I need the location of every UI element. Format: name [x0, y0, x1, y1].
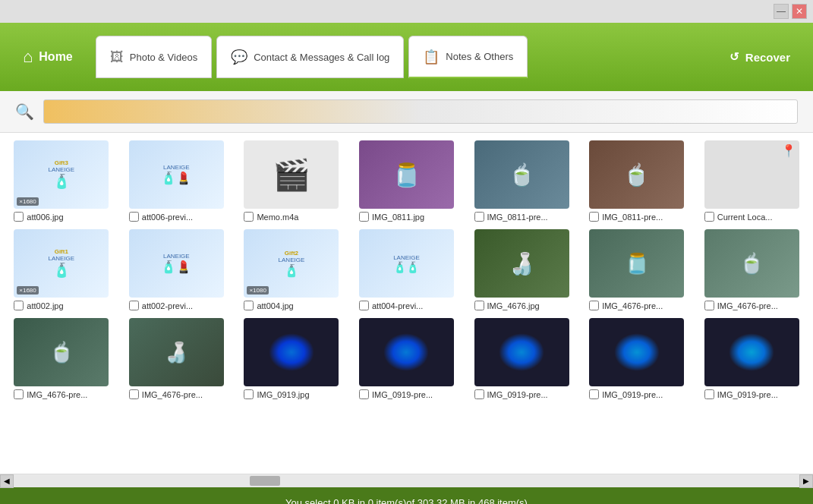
tab-contact[interactable]: 💬 Contact & Messages & Call log — [216, 36, 404, 78]
item-checkbox[interactable] — [129, 212, 139, 222]
item-checkbox[interactable] — [704, 212, 714, 222]
item-label: IMG_4676-pre... — [717, 301, 778, 310]
home-icon: ⌂ — [23, 47, 33, 67]
item-label: IMG_0811-pre... — [487, 213, 548, 222]
list-item[interactable]: 🍵 IMG_4676-pre... — [8, 318, 115, 399]
recover-icon: ↺ — [729, 50, 739, 64]
item-label: att006-previ... — [142, 213, 193, 222]
search-bar: 🔍 — [0, 91, 813, 133]
list-item[interactable]: IMG_0919-pre... — [698, 318, 805, 399]
item-checkbox[interactable] — [244, 301, 254, 310]
list-item[interactable]: IMG_0919.jpg — [238, 318, 345, 399]
list-item[interactable]: LANEIGE 🧴💄 att006-previ... — [123, 140, 231, 222]
item-checkbox[interactable] — [474, 301, 484, 310]
item-checkbox[interactable] — [589, 212, 599, 222]
content-area: Gift3 LANEIGE 🧴 ×1680 att006.jpg LANEIGE… — [0, 133, 813, 474]
item-label: att006.jpg — [27, 213, 63, 222]
item-checkbox[interactable] — [704, 301, 714, 310]
photo-icon: 🖼 — [110, 49, 124, 65]
item-checkbox[interactable] — [14, 301, 24, 310]
item-label: Memo.m4a — [257, 213, 298, 222]
list-item[interactable]: 🫙 IMG_0811.jpg — [353, 140, 461, 222]
item-checkbox[interactable] — [474, 212, 484, 222]
status-text: You select 0 KB in 0 item(s)of 303.32 MB… — [285, 497, 528, 505]
scroll-left-button[interactable]: ◀ — [0, 474, 14, 488]
nav-tabs: 🖼 Photo & Videos 💬 Contact & Messages & … — [88, 23, 714, 91]
recover-button[interactable]: ↺ Recover — [714, 23, 805, 91]
tab-photo[interactable]: 🖼 Photo & Videos — [96, 36, 212, 78]
list-item[interactable]: 🍵 IMG_0811-pre... — [583, 140, 691, 222]
notes-icon: 📋 — [423, 49, 440, 65]
list-item[interactable]: 🍵 IMG_4676-pre... — [698, 229, 805, 310]
item-checkbox[interactable] — [244, 389, 254, 399]
item-checkbox[interactable] — [589, 301, 599, 310]
item-label: IMG_0811-pre... — [602, 213, 663, 222]
item-checkbox[interactable] — [14, 212, 24, 222]
list-item[interactable]: Gift1 LANEIGE 🧴 ×1680 att002.jpg — [8, 229, 115, 310]
list-item[interactable]: IMG_0919-pre... — [468, 318, 575, 399]
list-item[interactable]: 🎬 Memo.m4a — [238, 140, 345, 222]
horizontal-scrollbar[interactable]: ◀ ▶ — [0, 474, 813, 487]
item-checkbox[interactable] — [474, 389, 484, 399]
search-input[interactable] — [43, 99, 798, 124]
list-item[interactable]: 🍵 IMG_0811-pre... — [468, 140, 575, 222]
item-checkbox[interactable] — [704, 389, 714, 399]
home-label: Home — [39, 50, 72, 64]
title-bar: — ✕ — [0, 0, 813, 23]
tab-photo-label: Photo & Videos — [130, 52, 197, 63]
list-item[interactable]: IMG_0919-pre... — [353, 318, 461, 399]
scroll-right-button[interactable]: ▶ — [799, 474, 813, 488]
item-label: Current Loca... — [717, 213, 773, 222]
item-checkbox[interactable] — [359, 212, 369, 222]
item-label: IMG_4676-pre... — [142, 390, 203, 399]
list-item[interactable]: Gift3 LANEIGE 🧴 ×1680 att006.jpg — [8, 140, 115, 222]
list-item[interactable]: Gift2 LANEIGE 🧴 ×1080 att004.jpg — [238, 229, 345, 310]
minimize-button[interactable]: — — [774, 4, 789, 19]
item-checkbox[interactable] — [244, 212, 254, 222]
list-item[interactable]: 🍶 IMG_4676.jpg — [468, 229, 575, 310]
item-label: IMG_4676-pre... — [602, 301, 663, 310]
item-checkbox[interactable] — [129, 389, 139, 399]
item-checkbox[interactable] — [359, 389, 369, 399]
tab-notes[interactable]: 📋 Notes & Others — [408, 36, 528, 78]
item-label: IMG_4676.jpg — [487, 301, 540, 310]
item-label: att002-previ... — [142, 301, 193, 310]
item-checkbox[interactable] — [589, 389, 599, 399]
header: ⌂ Home 🖼 Photo & Videos 💬 Contact & Mess… — [0, 23, 813, 91]
item-label: IMG_4676-pre... — [27, 390, 87, 399]
recover-label: Recover — [745, 51, 790, 64]
item-checkbox[interactable] — [129, 301, 139, 310]
list-item[interactable]: 🫙 IMG_4676-pre... — [583, 229, 691, 310]
item-checkbox[interactable] — [14, 389, 24, 399]
item-label: att004-previ... — [372, 301, 423, 310]
close-button[interactable]: ✕ — [792, 4, 807, 19]
search-icon[interactable]: 🔍 — [15, 102, 34, 121]
item-label: IMG_0811.jpg — [372, 213, 424, 222]
list-item[interactable]: LANEIGE 🧴💄 att002-previ... — [123, 229, 231, 310]
status-bar: You select 0 KB in 0 item(s)of 303.32 MB… — [0, 487, 813, 504]
list-item[interactable]: 📍 Current Loca... — [698, 140, 805, 222]
list-item[interactable]: LANEIGE 🧴🧴 att004-previ... — [353, 229, 461, 310]
item-label: IMG_0919.jpg — [257, 390, 309, 399]
tab-contact-label: Contact & Messages & Call log — [254, 52, 389, 63]
contact-icon: 💬 — [231, 49, 247, 65]
item-label: att002.jpg — [27, 301, 63, 310]
item-label: IMG_0919-pre... — [372, 390, 433, 399]
scroll-thumb[interactable] — [250, 476, 280, 486]
pin-icon: 📍 — [781, 143, 796, 158]
tab-notes-label: Notes & Others — [446, 51, 513, 62]
file-grid: Gift3 LANEIGE 🧴 ×1680 att006.jpg LANEIGE… — [0, 133, 813, 474]
item-label: IMG_0919-pre... — [717, 390, 778, 399]
item-label: IMG_0919-pre... — [487, 390, 548, 399]
home-nav[interactable]: ⌂ Home — [8, 23, 88, 91]
scroll-track[interactable] — [14, 474, 799, 487]
item-label: att004.jpg — [257, 301, 293, 310]
item-checkbox[interactable] — [359, 301, 369, 310]
item-label: IMG_0919-pre... — [602, 390, 663, 399]
list-item[interactable]: 🍶 IMG_4676-pre... — [123, 318, 231, 399]
list-item[interactable]: IMG_0919-pre... — [583, 318, 691, 399]
